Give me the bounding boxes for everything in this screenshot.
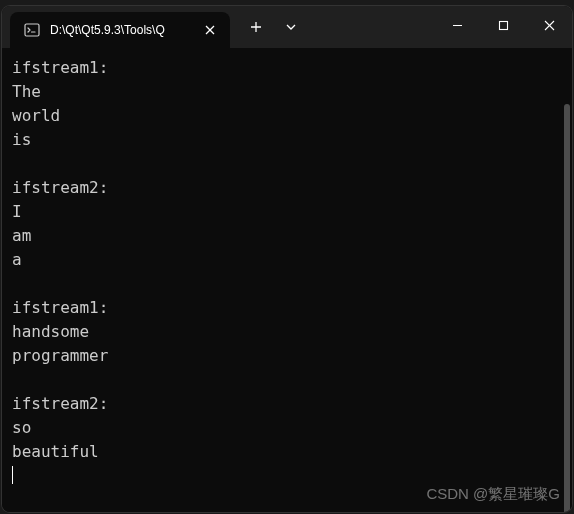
titlebar-drag-area[interactable] [306,6,434,48]
active-tab[interactable]: D:\Qt\Qt5.9.3\Tools\Q [10,12,230,48]
close-window-button[interactable] [526,6,572,44]
tab-actions [236,6,306,48]
terminal-viewport[interactable]: ifstream1: The world is ifstream2: I am … [2,48,572,512]
tab-title: D:\Qt\Qt5.9.3\Tools\Q [50,23,190,37]
tab-close-button[interactable] [200,20,220,40]
new-tab-button[interactable] [236,6,276,48]
terminal-window: D:\Qt\Qt5.9.3\Tools\Q [2,6,572,512]
maximize-icon [498,20,509,31]
titlebar: D:\Qt\Qt5.9.3\Tools\Q [2,6,572,48]
terminal-output: ifstream1: The world is ifstream2: I am … [12,56,572,464]
close-icon [205,25,215,35]
window-controls [434,6,572,48]
maximize-button[interactable] [480,6,526,44]
close-icon [544,20,555,31]
minimize-button[interactable] [434,6,480,44]
chevron-down-icon [285,21,297,33]
minimize-icon [452,20,463,31]
svg-rect-7 [499,21,507,29]
tab-dropdown-button[interactable] [276,6,306,48]
svg-rect-0 [25,24,39,36]
plus-icon [250,21,262,33]
vertical-scrollbar[interactable] [564,104,570,512]
terminal-icon [24,22,40,38]
text-cursor [12,466,13,484]
